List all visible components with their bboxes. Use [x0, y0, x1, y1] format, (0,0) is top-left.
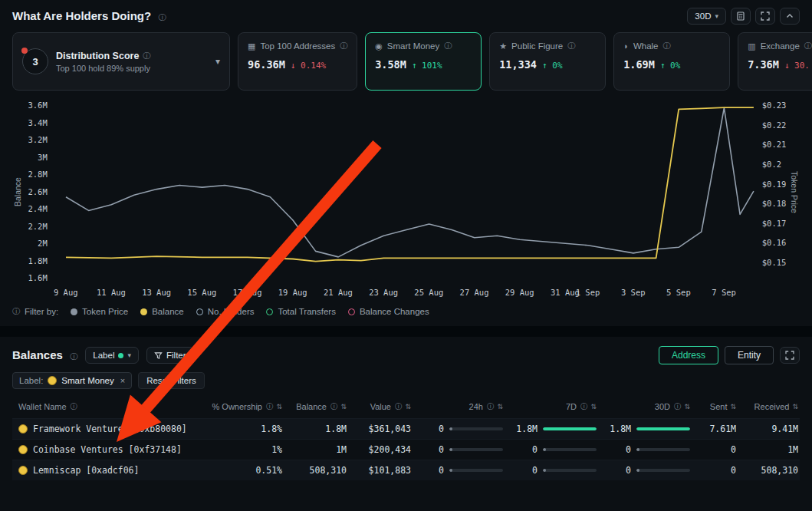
date-range-button[interactable]: 30D ▾	[687, 8, 726, 25]
metric-card-public-figure[interactable]: ★Public Figureⓘ11,334↑ 0%	[489, 32, 606, 91]
active-filter-dot	[118, 353, 123, 358]
table-row[interactable]: Framework Ventures [0xb80080]1.8%1.8M$36…	[12, 418, 800, 439]
axis-tick: 2.8M	[23, 170, 48, 179]
axis-tick: $0.19	[762, 180, 789, 189]
value-bar	[636, 427, 690, 430]
legend-item-total-transfers[interactable]: Total Transfers	[266, 307, 335, 316]
ownership-cell: 0.51%	[236, 465, 284, 476]
info-icon: ⓘ	[143, 51, 150, 61]
score-alert-dot	[21, 48, 28, 54]
metric-card-smart-money[interactable]: ◉Smart Moneyⓘ3.58M↑ 101%	[365, 32, 482, 91]
sent-cell: 0	[692, 444, 738, 455]
exchange-icon: ▥	[748, 41, 755, 51]
info-icon: ⓘ	[567, 41, 575, 51]
change-24h-cell: 0	[413, 444, 505, 455]
x-axis-tick: 13 Aug	[142, 288, 171, 297]
sort-icon: ⇅	[590, 403, 597, 410]
axis-tick: $0.17	[762, 219, 789, 228]
axis-tick: 3.6M	[23, 101, 48, 110]
funnel-icon	[154, 351, 163, 360]
column-header-value[interactable]: Valueⓘ⇅	[348, 402, 413, 412]
column-header-balance[interactable]: Balanceⓘ⇅	[284, 402, 348, 412]
metric-delta: ↑ 0%	[542, 61, 563, 71]
column-header-7d[interactable]: 7Dⓘ⇅	[505, 402, 598, 412]
chart-plot-area[interactable]: 9 Aug11 Aug13 Aug15 Aug17 Aug19 Aug21 Au…	[54, 98, 756, 302]
metric-card-exchange[interactable]: ▥Exchangeⓘ7.36M↓ 30.	[738, 32, 812, 91]
label-dropdown[interactable]: Label ▾	[85, 347, 139, 364]
right-axis-title: Token Price	[789, 98, 800, 285]
legend-item-balance-changes[interactable]: Balance Changes	[348, 307, 429, 316]
info-icon: ⓘ	[159, 13, 166, 21]
sort-icon: ⇅	[340, 403, 347, 410]
collapse-button[interactable]	[780, 8, 800, 25]
metric-delta: ↓ 30.	[784, 61, 810, 71]
x-axis-tick: 9 Aug	[54, 288, 78, 297]
fullscreen-button[interactable]	[755, 8, 775, 25]
filter-button[interactable]: Filter	[146, 347, 194, 364]
axis-tick: 2.4M	[23, 204, 48, 213]
column-header-ownership[interactable]: % Ownershipⓘ⇅	[236, 402, 284, 412]
legend-item-token-price[interactable]: Token Price	[71, 307, 128, 316]
x-axis-tick: 7 Sep	[712, 288, 736, 297]
legend-dot	[266, 308, 273, 315]
calculator-button[interactable]	[731, 8, 751, 25]
change-30d-cell: 0	[598, 444, 692, 455]
chart-canvas[interactable]	[54, 98, 756, 285]
change-7d-cell: 0	[505, 444, 598, 455]
value-cell: $361,043	[348, 424, 413, 434]
column-header-sent[interactable]: Sent⇅	[692, 402, 738, 411]
wallet-name-cell[interactable]: Framework Ventures [0xb80080]	[12, 424, 236, 434]
smart-money-coin-icon	[18, 466, 28, 475]
column-header-30d[interactable]: 30Dⓘ⇅	[598, 402, 692, 412]
table-row[interactable]: Coinbase Ventures [0xf37148]1%1M$200,434…	[12, 439, 800, 460]
x-axis-tick: 3 Sep	[621, 288, 646, 297]
column-header-received[interactable]: Received⇅	[738, 402, 800, 411]
expand-icon	[785, 351, 794, 360]
sort-icon: ⇅	[684, 403, 690, 410]
addresses-icon: ▦	[248, 41, 255, 51]
table-row[interactable]: Lemniscap [0xadcf06]0.51%508,310$101,883…	[12, 460, 800, 480]
balance-cell: 508,310	[284, 465, 348, 476]
metric-card-top-100-addresses[interactable]: ▦Top 100 Addressesⓘ96.36M↓ 0.14%	[238, 32, 357, 91]
remove-filter-icon[interactable]: ×	[120, 376, 125, 385]
x-axis-tick: 17 Aug	[233, 288, 262, 297]
info-icon: ⓘ	[444, 41, 452, 51]
wallet-name-cell[interactable]: Coinbase Ventures [0xf37148]	[12, 444, 236, 455]
legend-item-no-holders[interactable]: No. Holders	[196, 307, 255, 316]
left-axis-title: Balance	[12, 98, 23, 285]
distribution-score-card[interactable]: 3 Distribution Score ⓘ Top 100 hold 89% …	[12, 32, 230, 91]
info-icon: ⓘ	[330, 402, 338, 412]
info-icon: ⓘ	[12, 306, 20, 317]
axis-tick: 3M	[23, 153, 48, 162]
x-axis-tick: 15 Aug	[187, 288, 216, 297]
smart-money-icon: ◉	[375, 41, 383, 51]
value-bar	[543, 427, 597, 430]
legend-dot	[140, 308, 147, 315]
axis-tick: $0.23	[762, 101, 789, 110]
ownership-cell: 1%	[236, 444, 284, 455]
balances-table: Wallet Nameⓘ% Ownershipⓘ⇅Balanceⓘ⇅Valueⓘ…	[12, 395, 800, 480]
value-bar	[636, 469, 690, 472]
axis-tick: $0.21	[762, 140, 789, 149]
wallet-name-cell[interactable]: Lemniscap [0xadcf06]	[12, 465, 236, 476]
address-toggle[interactable]: Address	[659, 346, 718, 364]
reset-filters-button[interactable]: Reset Filters	[138, 372, 205, 389]
entity-toggle[interactable]: Entity	[725, 346, 774, 364]
legend-item-balance[interactable]: Balance	[140, 307, 184, 316]
x-axis-tick: 25 Aug	[414, 288, 443, 297]
axis-tick: 1.6M	[23, 273, 48, 282]
x-axis-tick: 27 Aug	[460, 288, 489, 297]
column-header-24h[interactable]: 24hⓘ⇅	[413, 402, 505, 412]
legend-dot	[71, 308, 77, 315]
distribution-score-value: 3	[32, 56, 38, 68]
info-icon: ⓘ	[804, 41, 812, 51]
active-filter-chip[interactable]: Label: Smart Money ×	[12, 372, 132, 389]
table-fullscreen-button[interactable]	[780, 347, 800, 364]
holders-chart: Balance 3.6M3.4M3.2M3M2.8M2.6M2.4M2.2M2M…	[12, 98, 800, 302]
chip-prefix: Label:	[19, 376, 43, 385]
x-axis-labels: 9 Aug11 Aug13 Aug15 Aug17 Aug19 Aug21 Au…	[54, 288, 756, 302]
metric-label: Exchange	[761, 41, 800, 51]
value-bar	[449, 469, 503, 472]
chevron-down-icon: ▾	[715, 12, 718, 20]
metric-card-whale[interactable]: ◗Whaleⓘ1.69M↑ 0%	[613, 32, 730, 91]
